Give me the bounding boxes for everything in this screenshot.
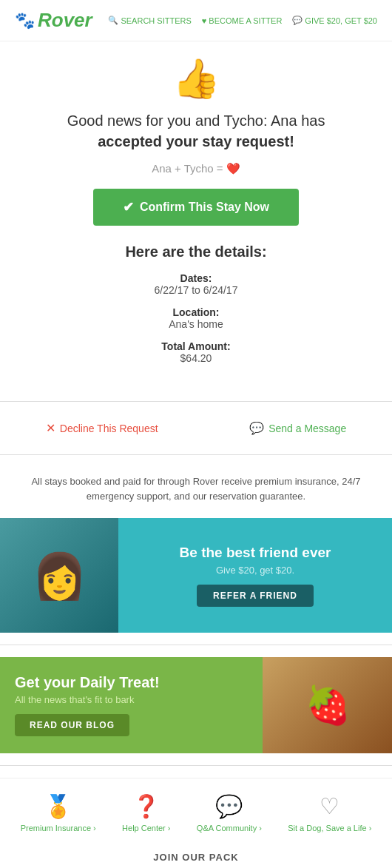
nav-bar: 🔍 SEARCH SITTERS ♥ BECOME A SITTER 💬 GIV… (108, 16, 377, 25)
paw-icon: 🐾 (15, 11, 35, 30)
dates-block: Dates: 6/22/17 to 6/24/17 (30, 272, 362, 296)
decline-request-link[interactable]: ✕ Decline This Request (46, 421, 158, 435)
insurance-text: All stays booked and paid for through Ro… (0, 467, 392, 518)
location-block: Location: Ana's home (30, 306, 362, 330)
dates-value: 6/22/17 to 6/24/17 (30, 284, 362, 296)
divider-2 (0, 454, 392, 455)
refer-banner-title: Be the best friend ever (133, 544, 377, 562)
nav-become-sitter[interactable]: ♥ BECOME A SITTER (202, 16, 283, 25)
blog-banner-image (263, 657, 392, 753)
join-title: JOIN OUR PACK (15, 852, 377, 863)
chat-icon: 💬 (292, 16, 303, 25)
logo: 🐾 Rover (15, 9, 92, 32)
send-message-link[interactable]: 💬 Send a Message (249, 421, 346, 435)
blog-banner-subtitle: All the news that's fit to bark (15, 694, 248, 705)
footer-icon-community[interactable]: 💬 Q&A Community › (197, 793, 262, 832)
refer-banner-image (0, 518, 118, 633)
thumbs-up-icon: 👍 (30, 56, 362, 101)
chat-bubble-icon: 💬 (215, 793, 243, 819)
hearts-line: Ana + Tycho = ❤️ (30, 162, 362, 175)
main-content: 👍 Good news for you and Tycho: Ana has a… (0, 41, 392, 389)
divider-3 (0, 645, 392, 645)
refer-banner-content: Be the best friend ever Give $20, get $2… (118, 544, 392, 608)
search-icon: 🔍 (108, 16, 118, 25)
help-icon: ❓ (132, 793, 160, 819)
details-title: Here are the details: (30, 243, 362, 260)
divider-1 (0, 401, 392, 402)
medal-icon: 🏅 (44, 793, 72, 819)
confirm-stay-button[interactable]: ✔ Confirm This Stay Now (93, 189, 299, 226)
logo-text: Rover (38, 9, 92, 32)
blog-banner-content: Get your Daily Treat! All the news that'… (0, 674, 263, 736)
refer-friend-button[interactable]: REFER A FRIEND (197, 585, 314, 607)
footer-icons: 🏅 Premium Insurance › ❓ Help Center › 💬 … (0, 778, 392, 840)
refer-banner: Be the best friend ever Give $20, get $2… (0, 518, 392, 633)
headline: Good news for you and Tycho: Ana has acc… (30, 110, 362, 152)
refer-banner-subtitle: Give $20, get $20. (133, 565, 377, 576)
location-label: Location: (30, 306, 362, 318)
join-section: JOIN OUR PACK DAILYTREAT f 📷 🐦 P Your ho… (0, 840, 392, 868)
message-icon: 💬 (249, 421, 264, 435)
heart-outline-icon: ♡ (320, 793, 339, 819)
blog-banner-title: Get your Daily Treat! (15, 674, 248, 691)
footer-icon-help[interactable]: ❓ Help Center › (122, 793, 170, 832)
header: 🐾 Rover 🔍 SEARCH SITTERS ♥ BECOME A SITT… (0, 0, 392, 41)
divider-4 (0, 765, 392, 766)
heart-icon: ♥ (202, 16, 207, 25)
total-value: $64.20 (30, 352, 362, 364)
nav-give-get[interactable]: 💬 GIVE $20, GET $20 (292, 16, 377, 25)
total-label: Total Amount: (30, 340, 362, 352)
read-blog-button[interactable]: READ OUR BLOG (15, 714, 129, 736)
check-icon: ✔ (123, 199, 134, 215)
heart-emoji: ❤️ (226, 162, 240, 175)
footer-icon-sit-dog[interactable]: ♡ Sit a Dog, Save a Life › (288, 793, 371, 832)
total-block: Total Amount: $64.20 (30, 340, 362, 364)
x-icon: ✕ (46, 421, 55, 435)
footer-icon-insurance[interactable]: 🏅 Premium Insurance › (21, 793, 96, 832)
nav-search-sitters[interactable]: 🔍 SEARCH SITTERS (108, 16, 191, 25)
location-value: Ana's home (30, 318, 362, 330)
action-row: ✕ Decline This Request 💬 Send a Message (0, 414, 392, 443)
blog-banner: Get your Daily Treat! All the news that'… (0, 657, 392, 753)
dates-label: Dates: (30, 272, 362, 284)
